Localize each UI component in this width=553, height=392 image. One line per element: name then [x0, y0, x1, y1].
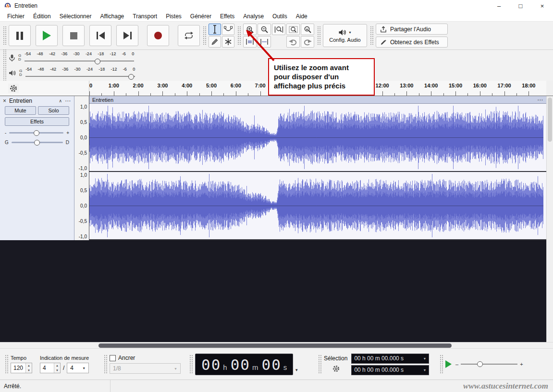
chevron-down-icon[interactable]: ▼ [423, 368, 426, 372]
time-signature-spinner[interactable]: ▲▼ [54, 363, 60, 373]
spin-up-icon[interactable]: ▲ [26, 363, 32, 368]
menu-item-fichier[interactable]: Fichier [3, 12, 29, 21]
time-toolbar-grip[interactable] [189, 354, 193, 374]
horizontal-scrollbar-thumb[interactable] [98, 343, 452, 348]
mute-button[interactable]: Mute [5, 106, 36, 115]
asterisk-icon [224, 38, 232, 46]
horizontal-scrollbar[interactable] [0, 342, 553, 349]
speed-slider-track[interactable] [461, 364, 517, 365]
playback-meter-grip[interactable] [2, 64, 6, 82]
menu-item-edition[interactable]: Édition [29, 12, 55, 21]
loop-button[interactable] [178, 25, 200, 46]
solo-button[interactable]: Solo [38, 106, 69, 115]
play-at-speed-grip[interactable] [439, 354, 443, 374]
snap-interval-select[interactable]: 1/8 ▼ [110, 363, 181, 374]
transport-toolbar-grip[interactable] [2, 25, 6, 46]
playback-meter[interactable]: G D -54-48-42-36-30-24-18-12-60 [0, 65, 136, 81]
time-format-dropdown[interactable]: ▼ [295, 368, 298, 372]
playback-volume-slider[interactable] [25, 76, 135, 77]
playback-volume-thumb[interactable] [128, 74, 134, 80]
waveform-canvas[interactable] [89, 104, 546, 240]
time-signature-upper-value[interactable]: 4 [40, 363, 54, 373]
share-toolbar-grip[interactable] [369, 25, 373, 46]
skip-to-end-button[interactable] [116, 25, 138, 46]
vertical-ruler[interactable]: 1,00,50,0-0,5-1,01,00,50,0-0,5-1,0 [74, 96, 89, 240]
minimize-button[interactable]: – [488, 0, 510, 12]
track-menu-button[interactable]: ⋯ [65, 98, 71, 104]
zoom-toggle-button[interactable] [301, 24, 314, 35]
selection-toolbar-grip[interactable] [318, 354, 321, 374]
draw-tool-button[interactable] [209, 36, 221, 48]
menu-item-aide[interactable]: Aide [292, 12, 312, 21]
time-seconds[interactable]: 00 [262, 356, 282, 373]
selection-end-field[interactable]: 00 h 00 m 00.000 s ▼ [351, 365, 429, 375]
record-button[interactable] [147, 25, 169, 46]
recording-meter-scale[interactable]: -54-48-42-36-30-24-18-12-60 [24, 51, 135, 64]
selection-options-button[interactable] [331, 364, 341, 373]
menu-item-affichage[interactable]: Affichage [96, 12, 128, 21]
recording-volume-slider[interactable] [25, 61, 134, 61]
pan-slider-thumb[interactable] [34, 140, 40, 146]
selection-start-value[interactable]: 00 h 00 m 00.000 s [354, 355, 404, 362]
time-display[interactable]: 00h00m00s [195, 354, 293, 375]
snap-checkbox[interactable] [110, 355, 116, 361]
stop-button[interactable] [62, 25, 85, 46]
play-at-speed-button[interactable] [445, 360, 452, 368]
play-button[interactable] [36, 25, 58, 46]
vertical-scrollbar-thumb[interactable] [548, 98, 552, 142]
gain-slider-thumb[interactable] [34, 130, 39, 136]
multi-tool-button[interactable] [222, 36, 234, 48]
menu-item-generer[interactable]: Générer [186, 12, 216, 21]
fit-project-button[interactable] [286, 24, 300, 35]
gain-slider[interactable] [9, 132, 63, 134]
audio-setup-grip[interactable] [317, 25, 320, 46]
menu-item-selectionner[interactable]: Sélectionner [55, 12, 96, 21]
snapping-grip[interactable] [103, 354, 107, 374]
recording-volume-thumb[interactable] [95, 59, 100, 64]
menu-item-transport[interactable]: Transport [128, 12, 161, 21]
redo-button[interactable] [301, 36, 314, 48]
get-effects-button[interactable]: Obtenez des Effets [376, 37, 448, 48]
clip-header[interactable]: Entretien ⋯ [89, 96, 546, 104]
time-minutes[interactable]: 00 [231, 356, 250, 373]
spin-down-icon[interactable]: ▼ [54, 368, 60, 373]
selection-start-field[interactable]: 00 h 00 m 00.000 s ▼ [351, 354, 429, 364]
audio-setup-button[interactable]: ▼ Config. Audio [323, 24, 367, 47]
maximize-button[interactable]: □ [510, 0, 531, 12]
time-signature-grip[interactable] [4, 354, 8, 374]
spin-up-icon[interactable]: ▲ [54, 363, 60, 368]
close-button[interactable]: × [531, 0, 553, 12]
track-name[interactable]: Entretien [9, 98, 32, 104]
share-audio-button[interactable]: Partager l'Audio [376, 24, 448, 35]
chevron-down-icon[interactable]: ▼ [423, 357, 426, 360]
track-collapse-button[interactable]: ∧ [59, 98, 62, 103]
playback-meter-scale[interactable]: -54-48-42-36-30-24-18-12-60 [25, 66, 136, 80]
menu-item-outils[interactable]: Outils [268, 12, 292, 21]
clip-menu-button[interactable]: ⋯ [537, 97, 543, 103]
pause-button[interactable] [9, 25, 31, 46]
undo-button[interactable] [286, 36, 300, 48]
timeline-options-button[interactable] [8, 84, 19, 93]
envelope-tool-button[interactable] [222, 24, 234, 35]
selection-tool-button[interactable] [209, 24, 221, 35]
track-effects-button[interactable]: Effets [5, 117, 69, 126]
time-signature-upper-spinbox[interactable]: 4 ▲▼ [40, 363, 61, 373]
skip-to-start-button[interactable] [89, 25, 111, 46]
tempo-spinner[interactable]: ▲▼ [25, 363, 32, 373]
menu-item-pistes[interactable]: Pistes [161, 12, 186, 21]
pan-slider[interactable] [12, 142, 63, 143]
selection-end-value[interactable]: 00 h 00 m 00.000 s [354, 367, 404, 373]
speed-slider-thumb[interactable] [477, 361, 483, 367]
tempo-value[interactable]: 120 [11, 363, 25, 373]
menu-item-effets[interactable]: Effets [216, 12, 239, 21]
track-close-button[interactable]: × [3, 98, 6, 104]
spin-down-icon[interactable]: ▼ [26, 368, 32, 373]
vertical-scrollbar[interactable] [546, 96, 553, 342]
time-signature-lower-select[interactable]: 4 ▼ [67, 363, 89, 373]
menu-item-analyse[interactable]: Analyse [239, 12, 268, 21]
recording-meter[interactable]: G D -54-48-42-36-30-24-18-12-60 [0, 50, 135, 65]
track-control-panel[interactable]: × Entretien ∧ ⋯ Mute Solo Effets - + G D [0, 96, 74, 240]
tools-toolbar-grip[interactable] [202, 25, 206, 46]
time-hours[interactable]: 00 [201, 356, 221, 373]
tempo-spinbox[interactable]: 120 ▲▼ [11, 363, 32, 373]
